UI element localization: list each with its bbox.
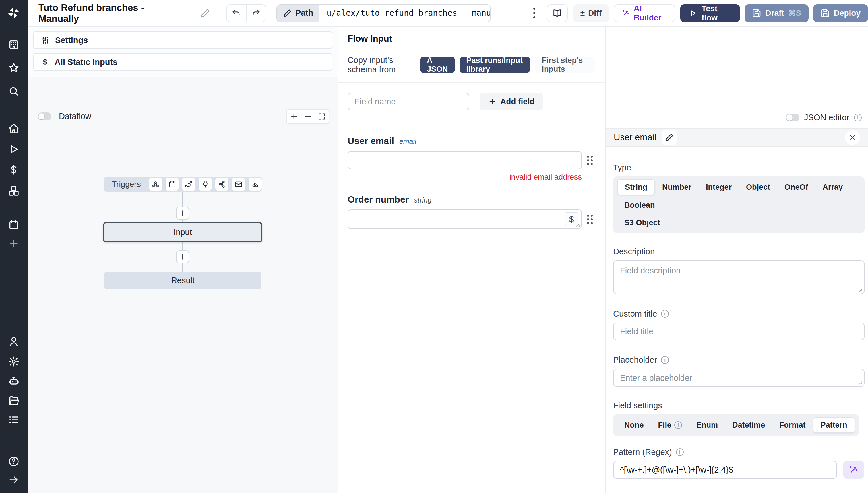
triggers-label: Triggers [112,180,141,189]
copy-from-first-step-button[interactable]: First step's inputs [535,57,595,73]
email-icon[interactable] [232,178,245,191]
field-type: string [414,196,431,204]
close-icon[interactable] [845,130,860,145]
type-option-s3object[interactable]: S3 Object [617,215,861,230]
websocket-plug-icon[interactable] [199,178,212,191]
path-button[interactable]: Path [277,5,320,22]
type-option-array[interactable]: Array [816,180,850,195]
add-field-button[interactable]: Add field [480,93,543,110]
type-option-number[interactable]: Number [655,180,699,195]
field-name-input[interactable] [347,93,469,110]
json-editor-toggle[interactable] [786,114,799,121]
drag-handle-icon[interactable] [587,215,593,224]
fit-view-icon[interactable] [318,112,326,121]
webhook-icon[interactable] [149,178,162,191]
result-node[interactable]: Result [104,272,261,289]
resize-grip-icon[interactable] [856,286,863,293]
add-step-button[interactable] [176,250,189,263]
resize-grip-icon[interactable] [574,221,580,227]
setting-option-format[interactable]: Format [772,418,813,432]
workers-robot-icon[interactable] [8,376,20,387]
setting-option-file[interactable]: Filei [651,418,690,432]
custom-error-label: Custom error messagei [613,492,710,493]
pencil-icon [283,9,292,18]
description-textarea[interactable]: Field description [613,260,865,294]
flow-settings-row[interactable]: Settings [33,31,332,49]
save-draft-button[interactable]: Draft ⌘S [745,4,808,22]
settings-gear-icon[interactable] [8,356,20,367]
edit-title-pencil-icon[interactable] [200,8,210,18]
zoom-in-icon[interactable] [290,112,298,121]
copy-from-past-runs-button[interactable]: Past runs/Input library [460,57,530,73]
info-icon[interactable]: i [676,448,684,456]
type-option-object[interactable]: Object [739,180,777,195]
placeholder-textarea[interactable]: Enter a placeholder [613,369,865,387]
dataflow-toggle[interactable] [38,112,51,120]
setting-option-enum[interactable]: Enum [689,418,725,432]
field-name: User email [347,136,394,146]
flow-canvas[interactable]: Dataflow Triggers [27,77,338,493]
add-step-button[interactable] [176,207,189,220]
user-icon[interactable] [8,336,20,347]
home-icon[interactable] [8,123,20,134]
undo-button[interactable] [227,5,246,22]
ai-builder-button[interactable]: AI Builder [614,4,675,22]
path-label: Path [295,8,314,18]
field-type: email [399,137,417,146]
redo-button[interactable] [246,5,266,22]
schedule-calendar-icon[interactable] [166,178,179,191]
type-option-integer[interactable]: Integer [699,180,739,195]
rename-field-pencil-icon[interactable] [662,130,677,145]
all-static-inputs-row[interactable]: All Static Inputs [33,53,332,71]
deploy-button[interactable]: Deploy [813,4,868,22]
setting-option-datetime[interactable]: Datetime [725,418,772,432]
help-icon[interactable] [8,456,20,467]
resources-boxes-icon[interactable] [8,185,20,197]
schema-field-user-email: User email email invalid email address [347,136,595,181]
custom-title-input[interactable] [613,323,865,340]
info-icon[interactable]: i [854,114,862,121]
setting-option-pattern[interactable]: Pattern [813,417,855,433]
generate-regex-wand-button[interactable] [843,461,864,479]
copy-from-json-button[interactable]: A JSON [420,57,455,73]
book-open-icon [552,8,562,18]
type-option-boolean[interactable]: Boolean [617,198,662,213]
pattern-regex-label: Pattern (Regex)i [613,447,864,457]
windmill-logo-icon[interactable] [7,6,20,20]
add-plus-icon[interactable] [8,238,19,249]
folders-icon[interactable] [8,395,20,406]
favorites-star-icon[interactable] [8,62,20,73]
sliders-icon [41,36,50,45]
input-node[interactable]: Input [103,222,262,242]
runs-play-icon[interactable] [8,144,20,155]
wand-icon [622,8,630,18]
type-option-oneof[interactable]: OneOf [777,180,816,195]
logs-list-icon[interactable] [8,414,20,426]
zoom-out-icon[interactable] [304,112,312,121]
path-value[interactable]: u/alex/tuto_refund_branches___manually [319,5,490,22]
kafka-icon[interactable] [215,178,229,191]
play-icon [689,8,697,18]
user-email-input[interactable] [347,151,582,169]
variables-dollar-icon[interactable] [8,164,20,176]
drag-handle-icon[interactable] [587,155,593,165]
type-option-string[interactable]: String [617,179,655,195]
test-flow-button[interactable]: Test flow [680,4,740,22]
poll-binoculars-icon[interactable] [249,178,262,191]
setting-option-none[interactable]: None [617,418,651,432]
expand-arrow-icon[interactable] [8,474,20,486]
docs-book-button[interactable] [547,4,568,22]
order-number-input[interactable]: $ [347,210,582,229]
kebab-menu-icon[interactable] [530,5,538,21]
info-icon[interactable]: i [661,310,669,318]
diff-button[interactable]: ± Diff [573,4,609,22]
info-icon[interactable]: i [661,356,669,364]
search-icon[interactable] [8,86,20,97]
pattern-regex-input[interactable] [613,461,837,479]
schedules-calendar-icon[interactable] [8,219,20,231]
triggers-node[interactable]: Triggers [104,177,262,192]
validation-error: invalid email address [347,173,582,181]
workspace-icon[interactable] [8,39,20,50]
route-icon[interactable] [182,178,195,191]
resize-grip-icon[interactable] [856,379,863,385]
